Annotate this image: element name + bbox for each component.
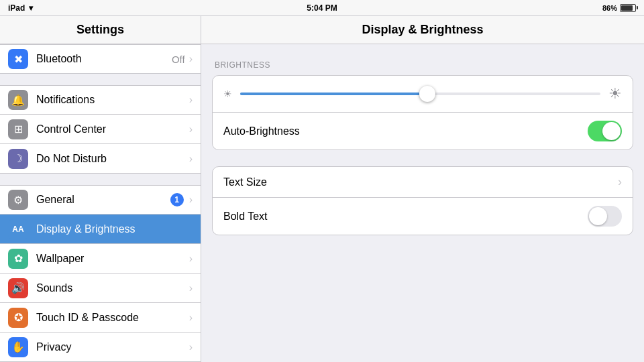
sidebar-item-display[interactable]: AA Display & Brightness (0, 215, 201, 244)
privacy-chevron: › (189, 341, 193, 353)
brightness-slider-track[interactable] (240, 93, 600, 95)
touchid-chevron: › (189, 312, 193, 324)
battery-pct: 86% (602, 4, 617, 12)
bluetooth-icon-bg: ✖ (8, 49, 28, 69)
status-bar: iPad ▾ 5:04 PM 86% (0, 0, 644, 16)
bold-text-toggle-knob (589, 207, 607, 225)
sidebar-title: Settings (0, 23, 201, 37)
notifications-icon: 🔔 (11, 94, 25, 107)
device-label: iPad (8, 3, 25, 13)
touchid-icon-bg: ✪ (8, 308, 28, 328)
sidebar-item-general[interactable]: ⚙ General 1 › (0, 185, 201, 215)
bluetooth-chevron: › (189, 53, 193, 65)
text-size-row[interactable]: Text Size › (213, 167, 633, 197)
sun-large-icon: ☀ (608, 85, 622, 103)
privacy-icon-bg: ✋ (8, 337, 28, 357)
auto-brightness-toggle[interactable] (588, 121, 622, 141)
display-icon: AA (12, 225, 23, 234)
touchid-icon: ✪ (14, 311, 23, 324)
sidebar-section-1: ✖ Bluetooth Off › (0, 44, 201, 74)
status-right: 86% (602, 4, 636, 12)
text-size-chevron: › (618, 175, 622, 189)
section-divider-1 (0, 74, 201, 85)
brightness-slider-thumb[interactable] (419, 86, 435, 102)
brightness-card: ☀ ☀ Auto-Brightness (212, 75, 633, 150)
content-body: BRIGHTNESS ☀ ☀ Auto-Brightness (201, 44, 644, 267)
notifications-icon-bg: 🔔 (8, 90, 28, 110)
sounds-chevron: › (189, 282, 193, 294)
content-title: Display & Brightness (201, 23, 644, 37)
dnd-chevron: › (189, 153, 193, 165)
dnd-label: Do Not Disturb (36, 153, 189, 165)
notifications-label: Notifications (36, 94, 189, 106)
sidebar-item-notifications[interactable]: 🔔 Notifications › (0, 85, 201, 115)
text-size-label: Text Size (223, 176, 618, 188)
bluetooth-icon: ✖ (14, 53, 23, 66)
general-label: General (36, 194, 170, 206)
bluetooth-label: Bluetooth (36, 53, 172, 65)
battery-icon (620, 4, 636, 12)
brightness-section-label: BRIGHTNESS (212, 60, 633, 70)
section-divider-2 (0, 174, 201, 185)
sidebar: Settings ✖ Bluetooth Off › 🔔 Notificatio… (0, 16, 201, 362)
sidebar-item-privacy[interactable]: ✋ Privacy › (0, 333, 201, 362)
sounds-icon-bg: 🔊 (8, 278, 28, 298)
content-area: Display & Brightness BRIGHTNESS ☀ ☀ Auto… (201, 16, 644, 362)
dnd-icon: ☽ (13, 152, 23, 165)
control-icon-bg: ⊞ (8, 119, 28, 139)
sidebar-item-bluetooth[interactable]: ✖ Bluetooth Off › (0, 44, 201, 74)
sidebar-section-2: 🔔 Notifications › ⊞ Control Center › ☽ D… (0, 85, 201, 174)
sidebar-item-dnd[interactable]: ☽ Do Not Disturb › (0, 144, 201, 174)
wallpaper-icon: ✿ (14, 252, 23, 265)
sidebar-header: Settings (0, 16, 201, 44)
general-chevron: › (189, 194, 193, 206)
brightness-slider-row[interactable]: ☀ ☀ (213, 76, 633, 113)
sun-small-icon: ☀ (223, 88, 232, 99)
control-chevron: › (189, 123, 193, 135)
wallpaper-icon-bg: ✿ (8, 249, 28, 269)
display-label: Display & Brightness (36, 223, 193, 235)
wallpaper-chevron: › (189, 253, 193, 265)
privacy-label: Privacy (36, 341, 189, 353)
auto-brightness-label: Auto-Brightness (223, 125, 588, 137)
brightness-slider-fill (240, 93, 427, 95)
sidebar-item-sounds[interactable]: 🔊 Sounds › (0, 274, 201, 303)
status-time: 5:04 PM (307, 3, 337, 13)
general-badge: 1 (170, 193, 184, 206)
bold-text-label: Bold Text (223, 210, 588, 223)
wifi-icon: ▾ (29, 3, 33, 13)
text-options-card: Text Size › Bold Text (212, 166, 633, 235)
dnd-icon-bg: ☽ (8, 149, 28, 169)
bold-text-toggle[interactable] (588, 206, 622, 227)
control-icon: ⊞ (14, 123, 23, 135)
general-icon: ⚙ (13, 194, 23, 206)
sidebar-item-touchid[interactable]: ✪ Touch ID & Passcode › (0, 303, 201, 333)
display-icon-bg: AA (8, 219, 28, 239)
control-label: Control Center (36, 123, 189, 135)
sidebar-item-wallpaper[interactable]: ✿ Wallpaper › (0, 244, 201, 274)
main-layout: Settings ✖ Bluetooth Off › 🔔 Notificatio… (0, 16, 644, 362)
notifications-chevron: › (189, 94, 193, 106)
sidebar-item-control[interactable]: ⊞ Control Center › (0, 115, 201, 144)
auto-brightness-toggle-knob (602, 122, 621, 140)
sounds-icon: 🔊 (11, 282, 25, 294)
sounds-label: Sounds (36, 282, 189, 294)
privacy-icon: ✋ (11, 341, 25, 353)
sidebar-section-3: ⚙ General 1 › AA Display & Brightness ✿ … (0, 185, 201, 362)
general-icon-bg: ⚙ (8, 190, 28, 210)
wallpaper-label: Wallpaper (36, 253, 189, 265)
status-left: iPad ▾ (8, 3, 33, 13)
bluetooth-value: Off (172, 54, 185, 65)
touchid-label: Touch ID & Passcode (36, 312, 189, 324)
content-header: Display & Brightness (201, 16, 644, 44)
auto-brightness-row: Auto-Brightness (213, 113, 633, 149)
bold-text-row: Bold Text (213, 197, 633, 235)
